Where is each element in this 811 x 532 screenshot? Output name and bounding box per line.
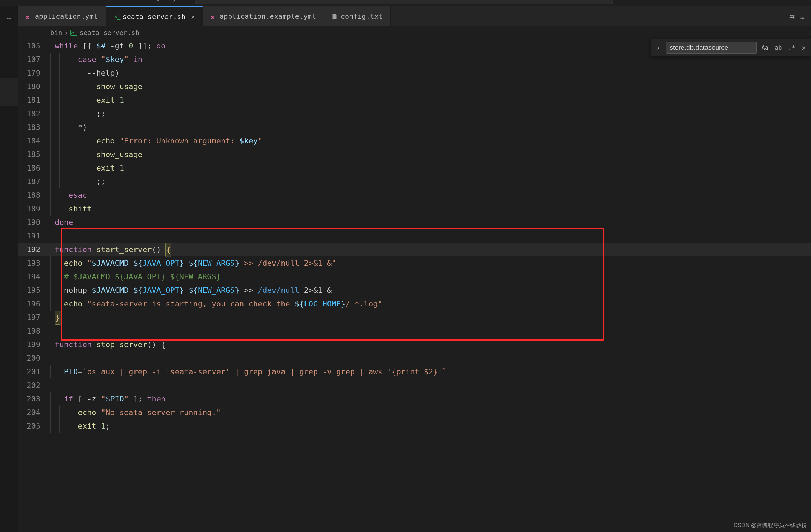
indent-guide — [50, 148, 59, 161]
code-line[interactable]: 201 PID=`ps aux | grep -i 'seata-server'… — [18, 365, 811, 378]
code-line[interactable]: 195 nohup $JAVACMD ${JAVA_OPT} ${NEW_ARG… — [18, 283, 811, 297]
indent-guide — [59, 93, 68, 107]
tab-application-example-yml[interactable]: ⚙application.example.yml — [203, 6, 324, 26]
indent-guide — [50, 270, 59, 283]
nav-back-icon[interactable]: ← — [157, 0, 163, 5]
find-whole-word[interactable]: ab — [773, 44, 783, 52]
indent-guide — [69, 148, 78, 161]
indent-guide — [69, 175, 78, 188]
indent-guide — [50, 392, 59, 406]
find-widget[interactable]: › Aa ab .* ✕ — [651, 39, 811, 56]
find-toggle-replace-icon[interactable]: › — [656, 44, 662, 52]
breadcrumb-seg-0[interactable]: bin — [50, 29, 62, 37]
line-number: 188 — [18, 188, 50, 202]
code-line[interactable]: 196 echo "seata-server is starting, you … — [18, 297, 811, 311]
code-line[interactable]: 188 esac — [18, 188, 811, 202]
indent-guide — [69, 134, 78, 148]
code-line[interactable]: 189 shift — [18, 202, 811, 216]
code-line[interactable]: 204 echo "No seata-server running." — [18, 406, 811, 419]
find-input[interactable] — [666, 42, 757, 54]
code-line[interactable]: 192 function start_server() { — [18, 243, 811, 256]
indent-guide — [50, 188, 59, 202]
code-content: esac — [50, 188, 87, 202]
code-content: --help) — [50, 66, 119, 80]
code-line[interactable]: 197 } — [18, 311, 811, 324]
indent-guide — [50, 93, 59, 107]
command-search[interactable]: ⌕ seata — [195, 0, 613, 4]
code-line[interactable]: 182 ;; — [18, 107, 811, 120]
indent-guide — [50, 406, 59, 419]
line-number: 192 — [18, 243, 50, 256]
shell-file-icon: >_ — [70, 30, 77, 36]
tab-label: application.yml — [35, 12, 98, 21]
code-line[interactable]: 179 --help) — [18, 66, 811, 80]
code-line[interactable]: 205 exit 1; — [18, 419, 811, 433]
code-line[interactable]: 183 *) — [18, 120, 811, 134]
indent-guide — [59, 134, 68, 148]
indent-guide — [50, 80, 59, 93]
code-line[interactable]: 198 — [18, 324, 811, 338]
indent-guide — [78, 148, 87, 161]
code-content: function start_server() { — [50, 243, 171, 257]
code-line[interactable]: 199 function stop_server() { — [18, 338, 811, 351]
indent-guide — [50, 175, 59, 188]
code-line[interactable]: 186 exit 1 — [18, 161, 811, 175]
indent-guide — [78, 93, 87, 107]
line-number: 197 — [18, 311, 50, 324]
line-number: 186 — [18, 161, 50, 175]
code-line[interactable]: 181 exit 1 — [18, 93, 811, 107]
shell-file-icon: >_ — [114, 14, 119, 19]
line-number: 201 — [18, 365, 50, 378]
text-file-icon — [332, 14, 337, 19]
line-number: 199 — [18, 338, 50, 351]
tab-config-txt[interactable]: config.txt — [324, 6, 391, 26]
code-line[interactable]: 187 ;; — [18, 175, 811, 188]
code-content: echo "No seata-server running." — [50, 406, 221, 419]
indent-guide — [59, 175, 68, 188]
code-content: PID=`ps aux | grep -i 'seata-server' | g… — [50, 365, 447, 378]
code-line[interactable]: 202 — [18, 378, 811, 392]
code-line[interactable]: 191 — [18, 229, 811, 243]
code-line[interactable]: 200 — [18, 351, 811, 365]
code-line[interactable]: 185 show_usage — [18, 148, 811, 161]
code-content: show_usage — [50, 148, 142, 161]
indent-guide — [50, 365, 59, 378]
nav-forward-icon[interactable]: → — [169, 0, 176, 5]
indent-guide — [59, 419, 68, 433]
code-content: function stop_server() { — [50, 338, 165, 351]
line-number: 196 — [18, 297, 50, 311]
find-regex[interactable]: .* — [787, 44, 796, 52]
indent-guide — [69, 66, 78, 80]
tab-label: application.example.yml — [219, 12, 316, 21]
code-line[interactable]: 203 if [ -z "$PID" ]; then — [18, 392, 811, 406]
tab-application-yml[interactable]: ⚙application.yml — [18, 6, 106, 26]
editor-action-more-icon[interactable]: … — [800, 12, 805, 21]
indent-guide — [69, 161, 78, 175]
code-line[interactable]: 190 done — [18, 216, 811, 229]
indent-guide — [69, 80, 78, 93]
tab-close-icon[interactable]: ✕ — [191, 13, 195, 21]
indent-guide — [78, 107, 87, 120]
indent-guide — [50, 161, 59, 175]
line-number: 180 — [18, 80, 50, 93]
code-line[interactable]: 194 # $JAVACMD ${JAVA_OPT} ${NEW_ARGS} — [18, 270, 811, 283]
tab-label: seata-server.sh — [123, 13, 186, 21]
breadcrumb[interactable]: bin › >_ seata-server.sh — [18, 26, 811, 39]
editor-action-compare-icon[interactable]: ⇆ — [790, 12, 795, 21]
activity-bar-top: … — [0, 6, 18, 26]
code-line[interactable]: 180 show_usage — [18, 80, 811, 93]
line-number: 184 — [18, 134, 50, 148]
code-line[interactable]: 184 echo "Error: Unknown argument: $key" — [18, 134, 811, 148]
code-editor[interactable]: 105 while [[ $# -gt 0 ]]; do107 case "$k… — [18, 39, 811, 532]
search-icon: ⌕ — [200, 0, 204, 1]
code-content: echo "seata-server is starting, you can … — [50, 297, 383, 311]
indent-guide — [59, 148, 68, 161]
tab-seata-server-sh[interactable]: >_seata-server.sh✕ — [106, 6, 203, 26]
code-line[interactable]: 193 echo "$JAVACMD ${JAVA_OPT} ${NEW_ARG… — [18, 256, 811, 270]
yaml-file-icon: ⚙ — [26, 14, 31, 19]
activity-bar[interactable] — [0, 26, 18, 532]
image-watermark: CSDN @落魄程序员在线炒粉 — [734, 522, 807, 529]
find-close-icon[interactable]: ✕ — [800, 44, 806, 52]
find-match-case[interactable]: Aa — [760, 44, 770, 52]
breadcrumb-seg-1[interactable]: seata-server.sh — [79, 29, 139, 37]
